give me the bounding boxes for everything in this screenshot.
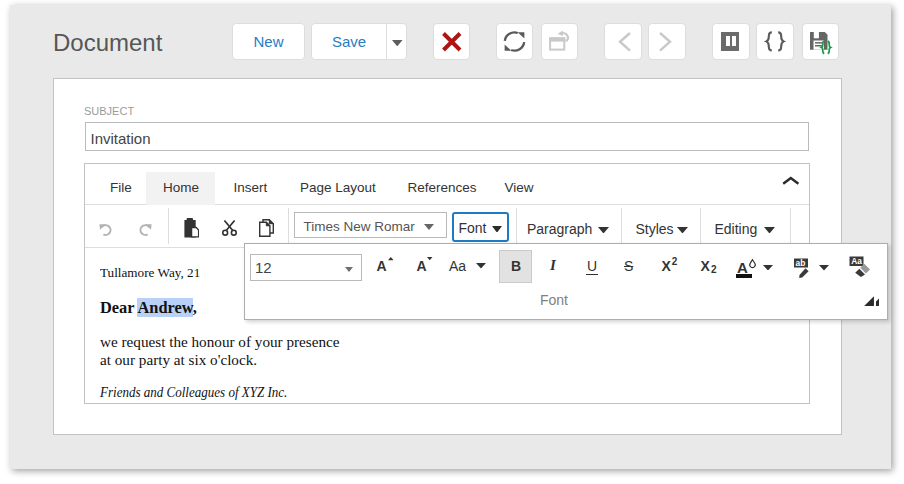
svg-text:ab: ab <box>796 258 806 268</box>
svg-text:Aa: Aa <box>851 256 862 266</box>
